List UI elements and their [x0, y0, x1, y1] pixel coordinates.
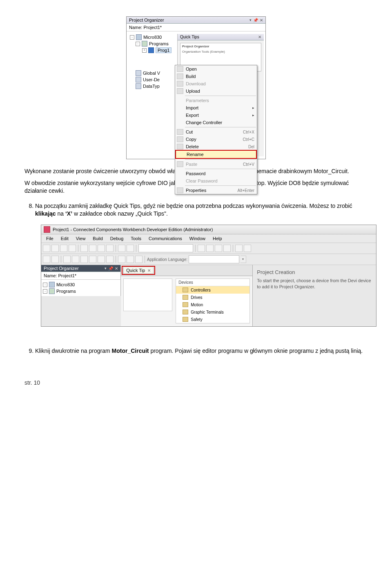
toolbar-button[interactable] [223, 245, 231, 252]
menu-build[interactable]: Build [89, 235, 106, 242]
menu-window[interactable]: Window [186, 235, 209, 242]
quick-tips-tab-label[interactable]: Quick Tips [180, 35, 199, 39]
toolbar-button[interactable] [235, 245, 243, 252]
project-tree[interactable]: - Micro830 - Programs [41, 280, 120, 296]
toolbar-button[interactable] [98, 245, 105, 252]
toolbar-button[interactable] [69, 245, 76, 252]
quick-tips-tab[interactable]: Quick Tip ✕ [123, 267, 154, 274]
name-value: Project1* [143, 25, 162, 30]
tree-expander-icon[interactable]: - [130, 35, 134, 40]
context-menu-item-password[interactable]: Password [175, 170, 257, 177]
tree-expander-icon[interactable]: - [43, 289, 47, 294]
tree-program-selected[interactable]: Prog1 [156, 47, 172, 53]
toolbar-button[interactable] [89, 256, 96, 263]
tree-programs[interactable]: Programs [149, 41, 169, 46]
tree-expander-icon[interactable]: - [43, 283, 47, 287]
menu-tools[interactable]: Tools [127, 235, 145, 242]
context-menu-item-copy[interactable]: CopyCtrl+C [175, 136, 257, 143]
toolbar-button[interactable] [106, 256, 114, 263]
tree-userdef[interactable]: User-De [143, 77, 160, 82]
step8-x: ‘X’ [65, 210, 72, 217]
step8-text-c: w zakładce obok nazwy „Quick Tips". [72, 210, 168, 217]
toolbar-separator [116, 245, 116, 252]
toolbar-button[interactable] [89, 245, 96, 252]
close-icon[interactable]: ✕ [147, 268, 151, 273]
toolbar-button[interactable] [80, 256, 88, 263]
menu-debug[interactable]: Debug [107, 235, 127, 242]
tree-global[interactable]: Global V [143, 71, 160, 76]
pin-icon[interactable]: 📌 [253, 18, 258, 22]
category-item-safety[interactable]: Safety [176, 316, 249, 323]
menu-file[interactable]: File [43, 235, 57, 242]
tree-datatype[interactable]: DataTyp [143, 84, 160, 89]
context-menu-item-open[interactable]: Open [175, 65, 257, 73]
menu-item-shortcut: Alt+Enter [238, 188, 254, 193]
menu-item-label: Clear Password [186, 178, 218, 183]
panel-dropdown-icon[interactable]: ▾ [249, 18, 252, 22]
toolbar-button[interactable] [72, 256, 79, 263]
tree-root[interactable]: Micro830 [143, 35, 162, 40]
toolbar-button[interactable] [51, 245, 59, 252]
context-menu-item-export[interactable]: Export▸ [175, 111, 257, 119]
context-menu-item-properties[interactable]: PropertiesAlt+Enter [175, 187, 257, 194]
programs-folder-icon [142, 41, 147, 47]
organizer-panel-header: Project Organizer ▾ 📌 ✕ [41, 265, 120, 272]
quick-tips-tab-label: Quick Tip [126, 268, 145, 273]
menu-bar[interactable]: FileEditViewBuildDebugToolsCommunication… [41, 234, 376, 243]
toolbar-button[interactable] [106, 245, 114, 252]
application-language-field[interactable] [189, 255, 239, 263]
menu-item-label: Delete [186, 144, 199, 149]
close-icon[interactable]: ✕ [260, 18, 263, 22]
context-menu-item-import[interactable]: Import▸ [175, 104, 257, 111]
toolbar-button[interactable] [127, 245, 134, 252]
toolbar-button[interactable] [80, 245, 88, 252]
context-menu-highlight: Rename [175, 150, 257, 159]
close-icon[interactable]: ✕ [115, 266, 118, 271]
project-tree[interactable]: - Micro830 - Programs + Prog1 [128, 34, 177, 156]
panel-dropdown-icon[interactable]: ▾ [105, 266, 107, 270]
application-language-label: Application Language: [147, 257, 187, 262]
context-menu-item-cut[interactable]: CutCtrl+X [175, 128, 257, 136]
category-item-graphic-terminals[interactable]: Graphic Terminals [176, 308, 249, 316]
category-item-motion[interactable]: Motion [176, 301, 249, 308]
controller-icon [49, 282, 55, 287]
context-menu-item-upload[interactable]: Upload [175, 87, 257, 95]
tree-expander-icon[interactable]: - [136, 42, 140, 46]
context-menu-item-build[interactable]: Build [175, 73, 257, 80]
pin-icon[interactable]: 📌 [108, 266, 113, 271]
menu-help[interactable]: Help [209, 235, 225, 242]
figure-2-ccw-window: Project1 - Connected Components Workbenc… [24, 225, 368, 327]
toolbar-button[interactable] [43, 256, 50, 263]
context-menu-item-delete[interactable]: DeleteDel [175, 143, 257, 150]
category-item-controllers[interactable]: Controllers [176, 286, 249, 294]
menu-item-icon [177, 112, 183, 118]
context-menu-item-rename[interactable]: Rename [176, 151, 256, 158]
toolbar-button[interactable] [51, 256, 59, 263]
toolbar-search-field[interactable] [138, 244, 193, 252]
toolbar-button[interactable] [215, 245, 222, 252]
tree-programs[interactable]: Programs [56, 289, 76, 294]
toolbar-button[interactable] [60, 245, 67, 252]
category-item-drives[interactable]: Drives [176, 294, 249, 301]
quick-tips-description [123, 279, 172, 311]
menu-edit[interactable]: Edit [58, 235, 72, 242]
toolbar-button[interactable] [43, 245, 50, 252]
context-menu[interactable]: OpenBuildDownloadUploadParametersImport▸… [175, 65, 257, 194]
toolbar-button[interactable] [198, 245, 205, 252]
menu-view[interactable]: View [73, 235, 89, 242]
toolbar-button[interactable] [118, 256, 125, 263]
toolbar-button[interactable] [206, 245, 214, 252]
toolbar-button[interactable] [135, 256, 143, 263]
toolbar-button[interactable] [244, 245, 251, 252]
toolbar-button[interactable] [127, 256, 134, 263]
dropdown-icon[interactable]: ▾ [241, 256, 246, 263]
toolbar-button[interactable] [118, 245, 125, 252]
tree-root[interactable]: Micro830 [56, 282, 75, 287]
toolbar-button[interactable] [63, 256, 71, 263]
tree-expander-icon[interactable]: + [142, 48, 147, 53]
project-creation-pane: Project Creation To start the project, c… [253, 265, 376, 292]
menu-communications[interactable]: Communications [145, 235, 185, 242]
context-menu-item-change-controller[interactable]: Change Controller [175, 119, 257, 126]
toolbar-button[interactable] [98, 256, 105, 263]
close-icon[interactable]: ✕ [258, 35, 261, 39]
